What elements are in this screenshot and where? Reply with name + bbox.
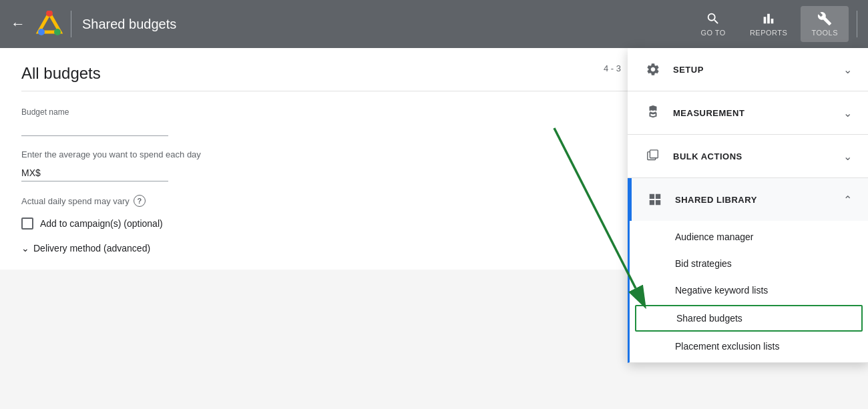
header-divider	[71, 11, 71, 37]
shared-library-section: SHARED LIBRARY ⌃ Audience manager Bid st…	[628, 178, 868, 363]
campaign-checkbox[interactable]	[21, 218, 33, 230]
bar-chart-icon	[761, 11, 776, 26]
shared-library-icon	[646, 190, 664, 209]
negative-keyword-lists-item[interactable]: Negative keyword lists	[630, 277, 868, 304]
delivery-label: Delivery method (advanced)	[33, 243, 150, 254]
measurement-chevron-icon: ⌄	[843, 107, 852, 119]
tools-button[interactable]: TOOLS	[801, 6, 849, 42]
bulk-actions-label: BULK ACTIONS	[673, 151, 843, 161]
setup-label: SETUP	[673, 65, 843, 75]
pagination-text: 4 - 3	[604, 63, 621, 73]
wrench-icon	[817, 11, 832, 26]
measurement-section-header[interactable]: MEASUREMENT ⌄	[628, 91, 868, 134]
info-icon: ?	[134, 195, 146, 207]
svg-rect-5	[650, 150, 658, 158]
google-ads-logo	[36, 11, 63, 37]
currency-display[interactable]: MX$	[21, 165, 168, 181]
campaign-checkbox-label: Add to campaign(s) (optional)	[40, 218, 163, 229]
reports-label: REPORTS	[750, 29, 787, 37]
measurement-icon	[644, 103, 662, 122]
header-right-divider	[857, 11, 857, 37]
setup-icon	[644, 60, 662, 79]
back-button[interactable]: ←	[11, 15, 25, 33]
bulk-actions-section: BULK ACTIONS ⌄	[628, 135, 868, 178]
bulk-actions-chevron-icon: ⌄	[843, 150, 852, 163]
budget-name-input[interactable]	[21, 119, 168, 136]
shared-library-label: SHARED LIBRARY	[675, 195, 843, 205]
header-actions: GO TO REPORTS TOOLS	[690, 6, 857, 42]
goto-button[interactable]: GO TO	[690, 6, 736, 42]
shared-library-chevron-icon: ⌃	[843, 193, 852, 206]
setup-section-header[interactable]: SETUP ⌄	[628, 48, 868, 91]
delivery-chevron-icon: ⌄	[21, 243, 29, 254]
measurement-section: MEASUREMENT ⌄	[628, 91, 868, 135]
bulk-actions-section-header[interactable]: BULK ACTIONS ⌄	[628, 135, 868, 177]
bid-strategies-item[interactable]: Bid strategies	[630, 250, 868, 277]
audience-manager-item[interactable]: Audience manager	[630, 224, 868, 250]
hint-text: Actual daily spend may vary	[21, 196, 130, 206]
bulk-actions-icon	[644, 147, 662, 165]
setup-chevron-icon: ⌄	[843, 63, 852, 76]
header-title: Shared budgets	[82, 17, 690, 32]
measurement-label: MEASUREMENT	[673, 108, 843, 118]
goto-label: GO TO	[700, 29, 726, 37]
tools-label: TOOLS	[811, 29, 838, 37]
search-icon	[706, 11, 720, 26]
shared-library-section-header[interactable]: SHARED LIBRARY ⌃	[630, 178, 868, 221]
tools-dropdown: SETUP ⌄ MEASUREMENT ⌄ BULK ACTIONS	[628, 48, 868, 363]
svg-point-1	[38, 29, 45, 35]
shared-budgets-item[interactable]: Shared budgets	[635, 305, 863, 332]
placement-exclusion-lists-item[interactable]: Placement exclusion lists	[630, 333, 868, 360]
svg-point-2	[54, 29, 61, 35]
shared-library-items: Audience manager Bid strategies Negative…	[630, 221, 868, 362]
reports-button[interactable]: REPORTS	[739, 6, 798, 42]
header: ← Shared budgets GO TO REPORTS TOOL	[0, 0, 868, 48]
setup-section: SETUP ⌄	[628, 48, 868, 91]
